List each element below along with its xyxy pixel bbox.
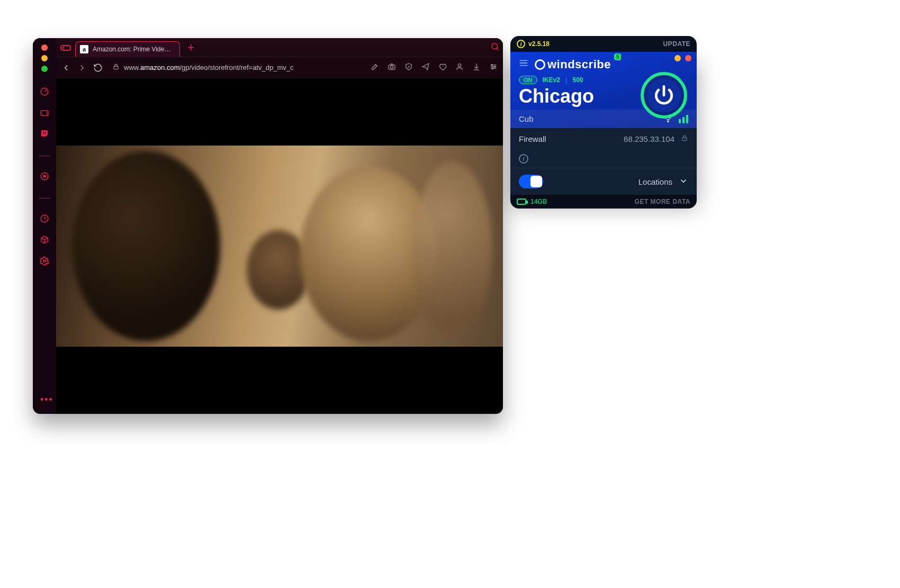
svg-point-11 (491, 64, 493, 66)
tab-title: Amazon.com: Prime Video: Prin (93, 46, 172, 53)
sidebar-separator: — (38, 191, 51, 204)
status-on-badge: ON (519, 76, 537, 84)
windscribe-bottombar: 14GB GET MORE DATA (510, 195, 697, 209)
nav-back-button[interactable] (61, 63, 71, 73)
browser-main: a Amazon.com: Prime Video: Prin + (56, 38, 503, 414)
cube-icon[interactable] (38, 233, 51, 247)
info-icon[interactable]: i (517, 40, 525, 48)
data-battery-icon (517, 198, 526, 205)
sidebar-more-icon[interactable]: ••• (40, 394, 53, 405)
video-still-shape (72, 151, 220, 341)
browser-tab[interactable]: a Amazon.com: Prime Video: Prin (75, 41, 180, 57)
get-more-data-button[interactable]: GET MORE DATA (635, 198, 690, 205)
amazon-favicon: a (80, 45, 88, 53)
windscribe-header: windscribe 5 (510, 52, 697, 73)
svg-point-4 (43, 260, 46, 263)
version-label: v2.5.18 (528, 40, 550, 48)
svg-point-9 (390, 66, 393, 68)
separator: | (565, 76, 568, 84)
chevron-down-icon (679, 176, 688, 187)
svg-point-12 (494, 66, 496, 68)
close-window-button[interactable] (41, 44, 48, 51)
update-button[interactable]: UPDATE (663, 40, 690, 48)
firewall-info-row: i (510, 150, 697, 168)
profile-icon[interactable] (455, 62, 464, 73)
menu-hamburger-icon[interactable] (518, 57, 529, 71)
windscribe-lower-panel: Firewall 68.235.33.104 i Locations (510, 128, 697, 195)
windscribe-logo-icon (535, 59, 545, 70)
tab-strip: a Amazon.com: Prime Video: Prin + (56, 38, 503, 57)
twitch-icon[interactable] (38, 127, 51, 141)
firewall-toggle[interactable] (519, 175, 543, 188)
lock-icon (112, 63, 120, 72)
info-icon[interactable]: i (519, 154, 528, 164)
port-label[interactable]: 500 (573, 76, 583, 84)
notification-badge[interactable]: 5 (614, 53, 622, 60)
video-player-frame[interactable] (56, 146, 503, 347)
location-node-name: Cub (519, 114, 534, 123)
url-text: www.amazon.com/gp/video/storefront/ref=a… (124, 64, 361, 71)
minimize-window-button[interactable] (41, 55, 48, 61)
browser-sidebar: — — ••• (33, 38, 56, 414)
wallet-icon[interactable] (38, 106, 51, 120)
svg-rect-15 (682, 138, 687, 140)
windscribe-topbar: i v2.5.18 UPDATE (510, 36, 697, 52)
download-icon[interactable] (472, 62, 481, 73)
url-box[interactable]: www.amazon.com/gp/video/storefront/ref=a… (109, 63, 364, 72)
firewall-row: Firewall 68.235.33.104 (510, 128, 697, 150)
locations-row[interactable]: Locations (510, 168, 697, 195)
easy-setup-icon[interactable] (489, 62, 498, 73)
locations-label: Locations (638, 177, 672, 186)
svg-point-6 (492, 43, 498, 49)
windscribe-logo: windscribe (535, 58, 611, 71)
svg-point-14 (668, 121, 669, 122)
nav-forward-button[interactable] (77, 63, 87, 73)
camera-icon[interactable] (388, 62, 396, 73)
svg-point-13 (492, 68, 493, 69)
edit-note-icon[interactable] (371, 62, 379, 73)
settings-gear-icon[interactable] (38, 254, 51, 268)
windscribe-body: windscribe 5 ON IKEv2 | 500 Chicago Cub … (510, 52, 697, 195)
svg-rect-7 (114, 66, 118, 69)
video-still-shape (413, 161, 492, 336)
send-icon[interactable] (421, 62, 430, 73)
clock-icon[interactable] (38, 212, 51, 225)
power-toggle-button[interactable] (641, 72, 687, 119)
svg-point-10 (458, 64, 461, 67)
page-content (56, 78, 503, 414)
tabs-search-icon[interactable] (490, 42, 500, 53)
sidebar-separator: — (38, 148, 51, 162)
gamepad-icon[interactable] (59, 41, 72, 54)
signal-bars-icon (679, 115, 688, 123)
opera-gx-browser-window: — — ••• a Amazon.com: Prime Video: Prin … (33, 38, 503, 414)
zoom-window-button[interactable] (41, 66, 48, 72)
shield-icon[interactable] (404, 62, 413, 73)
svg-rect-5 (61, 46, 70, 50)
play-circle-icon[interactable] (38, 169, 51, 183)
gauge-icon[interactable] (38, 85, 51, 98)
firewall-label: Firewall (519, 134, 546, 143)
windscribe-window: i v2.5.18 UPDATE windscribe 5 ON IKEv2 | (510, 36, 697, 209)
address-bar: www.amazon.com/gp/video/storefront/ref=a… (56, 57, 503, 78)
window-traffic-lights (41, 42, 48, 77)
ip-address: 68.235.33.104 (624, 134, 674, 143)
heart-icon[interactable] (438, 62, 447, 73)
lock-icon (681, 134, 688, 143)
reload-button[interactable] (93, 63, 103, 73)
protocol-label[interactable]: IKEv2 (543, 76, 560, 84)
data-remaining: 14GB (530, 198, 547, 205)
new-tab-button[interactable]: + (183, 41, 199, 55)
address-bar-actions (371, 62, 498, 73)
